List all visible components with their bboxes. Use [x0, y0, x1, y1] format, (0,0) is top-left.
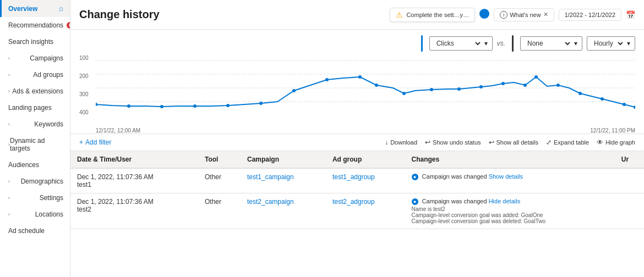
svg-point-15: [430, 88, 433, 91]
filter-actions: ↓ Download ↩ Show undo status ↩ Show all…: [385, 138, 635, 146]
svg-point-6: [160, 105, 163, 108]
svg-point-12: [358, 75, 362, 79]
svg-point-22: [578, 92, 582, 95]
filter-bar: + Add filter ↓ Download ↩ Show undo stat…: [70, 134, 644, 151]
cell-datetime: Dec 1, 2022, 11:07:36 AM test1: [70, 168, 198, 193]
sidebar-item-campaigns[interactable]: › Campaigns: [0, 50, 70, 67]
metric1-select[interactable]: Clicks Impressions CTR Conversions ▾: [429, 36, 493, 51]
sidebar-item-label: Locations: [35, 210, 63, 218]
col-adgroup: Ad group: [326, 151, 405, 168]
whats-new-button[interactable]: i What's new ✕: [494, 8, 554, 21]
info-icon: ●: [412, 174, 418, 180]
interval-select[interactable]: Hourly Daily Weekly ▾: [587, 36, 635, 51]
metric1-bar: [421, 35, 423, 52]
line-chart: 400 300 200 100: [79, 55, 635, 126]
hide-icon: 👁: [597, 138, 603, 146]
add-filter-label: Add filter: [85, 138, 111, 146]
table-row: Dec 1, 2022, 11:07:36 AM test1 Other tes…: [70, 168, 644, 193]
svg-point-23: [601, 97, 604, 101]
sidebar-item-label: Recommendations: [8, 21, 63, 29]
campaign-link[interactable]: test1_campaign: [247, 173, 294, 181]
col-campaign: Campaign: [241, 151, 326, 168]
calendar-icon[interactable]: 📅: [626, 10, 635, 19]
interval-dropdown[interactable]: Hourly Daily Weekly: [592, 39, 625, 48]
chevron-icon: ›: [8, 179, 10, 184]
show-details-link[interactable]: Show details: [489, 173, 523, 180]
sidebar-item-label: Ad groups: [33, 71, 63, 79]
sidebar-item-locations[interactable]: › Locations: [0, 206, 70, 223]
metric2-dropdown[interactable]: None Clicks Impressions: [525, 39, 572, 48]
show-all-details-label: Show all details: [496, 139, 538, 146]
campaign-link[interactable]: test2_campaign: [247, 198, 294, 206]
sidebar-item-adgroups[interactable]: › Ad groups: [0, 67, 70, 83]
adgroup-link[interactable]: test1_adgroup: [332, 173, 375, 181]
sidebar-item-ad-schedule[interactable]: Ad schedule: [0, 223, 70, 239]
cell-ur: [615, 193, 644, 229]
show-undo-status-button[interactable]: ↩ Show undo status: [425, 138, 481, 146]
close-icon[interactable]: ✕: [543, 11, 548, 18]
cell-changes: ● Campaign was changed Show details: [405, 168, 615, 193]
metric1-dropdown[interactable]: Clicks Impressions CTR Conversions: [434, 39, 482, 48]
sidebar-item-label: Settings: [40, 194, 63, 202]
sidebar-item-landing-pages[interactable]: Landing pages: [0, 99, 70, 116]
sidebar-item-label: Keywords: [34, 120, 63, 128]
data-table: Date & Time/User Tool Campaign Ad group …: [70, 151, 644, 229]
cell-tool: Other: [198, 168, 241, 193]
expand-table-button[interactable]: ⤢ Expand table: [546, 138, 589, 146]
sidebar-item-search-insights[interactable]: Search insights: [0, 34, 70, 50]
show-all-details-button[interactable]: ↩ Show all details: [489, 138, 538, 146]
cell-campaign: test2_campaign: [241, 193, 326, 229]
topbar-right: ⚠ Complete the sett…y… i What's new ✕ 1/…: [390, 8, 635, 22]
svg-point-10: [292, 89, 296, 92]
sidebar-item-label: Overview: [8, 5, 37, 13]
sidebar-item-label: Dynamic ad targets: [10, 137, 63, 152]
col-tool: Tool: [198, 151, 241, 168]
add-filter-button[interactable]: + Add filter: [79, 138, 111, 146]
x-label-start: 12/1/22, 12:00 AM: [96, 128, 140, 134]
home-icon: ⌂: [59, 4, 63, 13]
svg-point-11: [325, 78, 329, 81]
download-button[interactable]: ↓ Download: [385, 138, 417, 146]
sidebar-item-dynamic-ad[interactable]: › Dynamic ad targets: [0, 132, 70, 157]
col-datetime: Date & Time/User: [70, 151, 198, 168]
notification-text: Complete the sett…y…: [406, 12, 469, 18]
svg-point-25: [634, 106, 635, 109]
new-badge: New: [67, 22, 70, 29]
sidebar-item-label: Demographics: [21, 178, 63, 185]
warning-icon: ⚠: [396, 10, 403, 19]
table-header-row: Date & Time/User Tool Campaign Ad group …: [70, 151, 644, 168]
sidebar-item-label: Ads & extensions: [12, 87, 63, 95]
sidebar-item-audiences[interactable]: Audiences: [0, 157, 70, 173]
plus-icon: +: [79, 138, 83, 146]
sidebar-item-demographics[interactable]: › Demographics: [0, 173, 70, 190]
date-range-display[interactable]: 1/2022 - 12/1/2022: [559, 9, 621, 21]
col-changes: Changes: [405, 151, 615, 168]
cell-campaign: test1_campaign: [241, 168, 326, 193]
change-history-table: Date & Time/User Tool Campaign Ad group …: [70, 151, 644, 229]
show-undo-label: Show undo status: [433, 139, 481, 146]
chart-x-axis: 12/1/22, 12:00 AM 12/1/22, 11:00 PM: [79, 126, 635, 134]
svg-point-17: [479, 85, 483, 88]
sidebar-item-label: Ad schedule: [8, 227, 45, 235]
hide-graph-button[interactable]: 👁 Hide graph: [597, 138, 635, 146]
sidebar-item-overview[interactable]: Overview ⌂: [0, 0, 70, 17]
cell-datetime: Dec 1, 2022, 11:07:36 AM test2: [70, 193, 198, 229]
chevron-icon: ›: [8, 195, 10, 201]
chart-controls: Clicks Impressions CTR Conversions ▾ vs.…: [70, 30, 644, 55]
info-circle-icon: i: [500, 11, 507, 19]
expand-table-label: Expand table: [554, 139, 589, 146]
details-icon: ↩: [489, 138, 494, 146]
svg-point-7: [193, 104, 197, 108]
adgroup-link[interactable]: test2_adgroup: [332, 198, 375, 206]
sidebar-item-ads-extensions[interactable]: › Ads & extensions: [0, 83, 70, 99]
vs-label: vs.: [497, 40, 505, 47]
svg-point-5: [127, 104, 130, 108]
metric2-select[interactable]: None Clicks Impressions ▾: [520, 36, 582, 51]
sidebar-item-keywords[interactable]: › Keywords: [0, 116, 70, 132]
svg-point-8: [226, 104, 230, 107]
hide-details-link[interactable]: Hide details: [489, 198, 520, 204]
svg-point-20: [534, 75, 538, 79]
sidebar-item-recommendations[interactable]: Recommendations New: [0, 17, 70, 34]
content-area: Clicks Impressions CTR Conversions ▾ vs.…: [70, 30, 644, 277]
sidebar-item-settings[interactable]: › Settings: [0, 190, 70, 206]
